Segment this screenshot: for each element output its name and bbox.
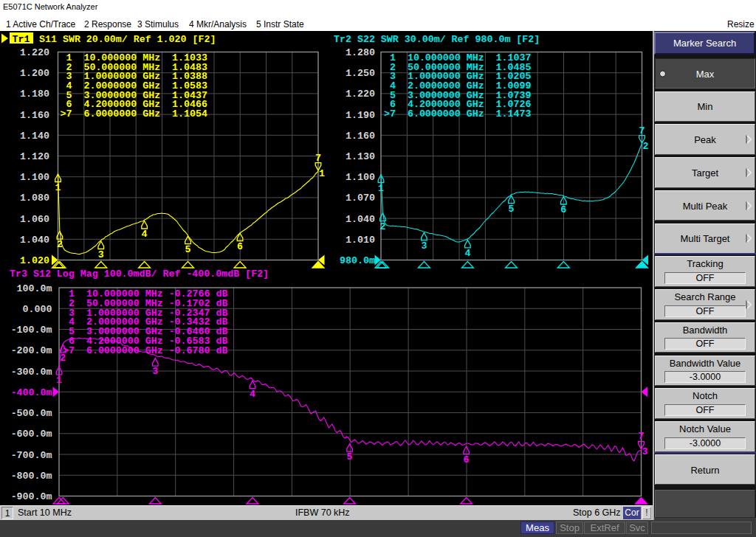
svg-text:6: 6 [464,454,470,465]
svg-text:-500.0m: -500.0m [11,408,52,419]
svg-text:6: 6 [560,204,566,215]
svg-text:1.070: 1.070 [346,193,375,204]
svg-text:1.280: 1.280 [346,47,375,58]
svg-text:1.250: 1.250 [346,68,375,79]
svg-text:1.160: 1.160 [20,110,49,121]
svg-text:7: 7 [639,431,645,442]
svg-text:-600.0m: -600.0m [11,429,52,440]
svg-text:5: 5 [185,244,191,255]
svg-text:1.200: 1.200 [20,68,49,79]
svg-text:3: 3 [642,446,648,457]
svg-text:1.220: 1.220 [346,89,375,100]
svg-text:2: 2 [379,221,385,232]
svg-text:1.190: 1.190 [346,110,375,121]
svg-text:1.120: 1.120 [20,151,49,162]
svg-text:1.140: 1.140 [20,131,49,142]
svg-text:-100.0m: -100.0m [11,325,52,336]
svg-text:1.220: 1.220 [20,47,49,58]
svg-text:4: 4 [250,389,255,400]
svg-text:1.010: 1.010 [346,235,375,246]
svg-text:-300.0m: -300.0m [11,367,52,378]
svg-text:1.180: 1.180 [20,89,49,100]
svg-text:1: 1 [378,183,384,194]
svg-text:1.040: 1.040 [20,235,49,246]
svg-text:7: 7 [315,153,321,164]
svg-text:100.0m: 100.0m [17,283,52,294]
svg-text:5: 5 [509,204,515,215]
svg-text:>7 6.0000000 GHz -0.6780 dB: >7 6.0000000 GHz -0.6780 dB [63,345,227,356]
svg-text:-200.0m: -200.0m [11,345,52,356]
svg-text:1.100: 1.100 [20,172,49,183]
svg-text:1: 1 [56,375,62,386]
svg-text:1.130: 1.130 [346,151,375,162]
svg-text:3: 3 [421,240,427,252]
svg-text:>7 6.0000000 GHz 1.1473: >7 6.0000000 GHz 1.1473 [384,108,532,119]
svg-text:6: 6 [237,241,243,252]
svg-text:Tr1: Tr1 [13,34,30,45]
svg-text:Tr2 S22 SWR 30.00m/ Ref 980.0m: Tr2 S22 SWR 30.00m/ Ref 980.0m [F2] [334,34,540,45]
svg-text:-900.0m: -900.0m [11,491,52,502]
svg-text:-400.0m: -400.0m [11,387,52,398]
svg-text:1: 1 [319,168,325,179]
svg-text:5: 5 [347,451,353,462]
svg-text:1.040: 1.040 [346,214,375,225]
svg-text:1.060: 1.060 [20,214,49,225]
svg-text:1.100: 1.100 [346,172,375,183]
svg-text:1.160: 1.160 [346,131,375,142]
svg-text:3: 3 [98,249,104,260]
svg-text:S11 SWR 20.00m/ Ref 1.020 [F2]: S11 SWR 20.00m/ Ref 1.020 [F2] [39,34,216,45]
svg-text:4: 4 [464,248,470,259]
svg-text:>7 6.0000000 GHz 1.1054: >7 6.0000000 GHz 1.1054 [61,108,208,119]
svg-text:4: 4 [142,229,148,240]
svg-text:2: 2 [57,239,63,250]
svg-text:1: 1 [55,182,61,193]
svg-text:0.000: 0.000 [23,304,52,315]
svg-text:Tr3 S12 Log Mag 100.0mdB/ Ref: Tr3 S12 Log Mag 100.0mdB/ Ref -400.0mdB … [10,268,269,280]
svg-text:-800.0m: -800.0m [11,471,52,482]
svg-text:2: 2 [643,141,649,152]
svg-text:1.020: 1.020 [20,255,49,266]
svg-text:980.0m: 980.0m [340,255,375,266]
svg-text:-700.0m: -700.0m [11,450,52,461]
svg-text:7: 7 [639,125,645,136]
svg-text:1.080: 1.080 [20,193,49,204]
svg-text:3: 3 [152,366,158,377]
svg-text:2: 2 [60,353,66,364]
